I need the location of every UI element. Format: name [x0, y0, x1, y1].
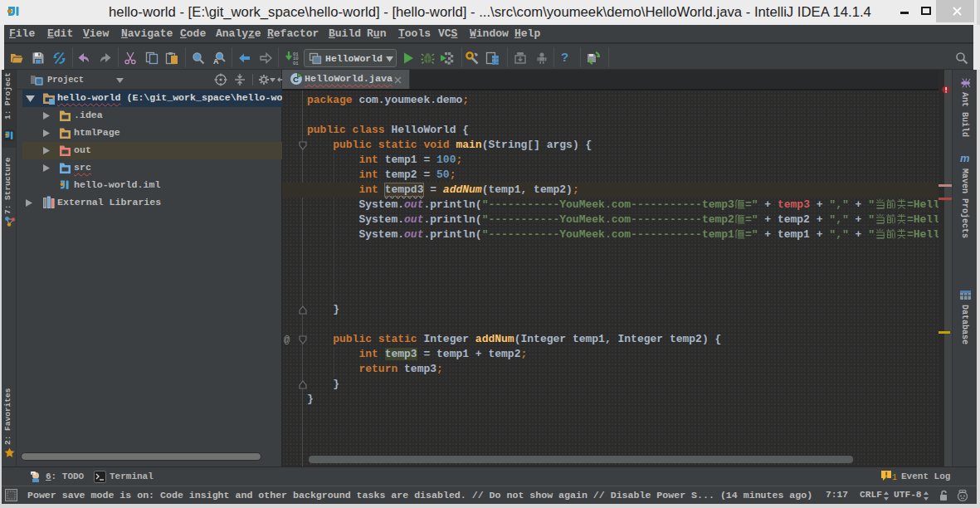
- svg-text:A: A: [213, 57, 219, 66]
- svg-text:01: 01: [293, 61, 299, 66]
